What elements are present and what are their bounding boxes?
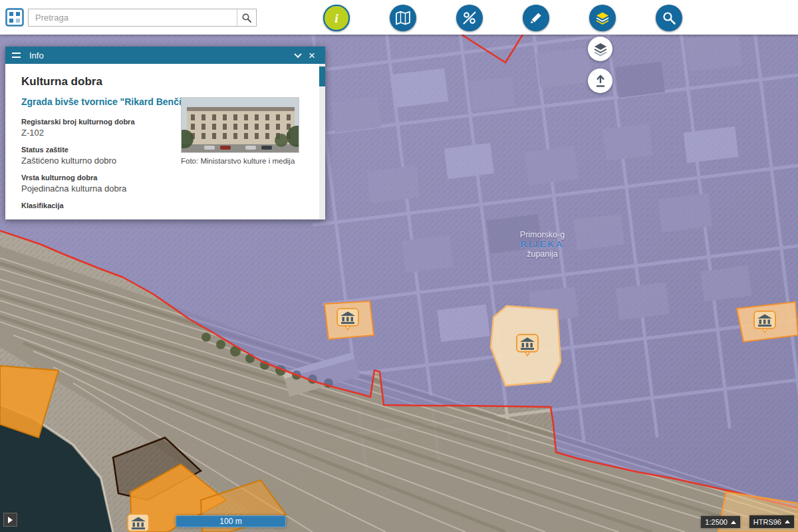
layers-tool-button[interactable]	[589, 5, 616, 31]
draw-tool-button[interactable]	[523, 5, 549, 31]
building-photo	[181, 97, 299, 153]
field-label: Klasifikacija	[21, 201, 173, 209]
info-panel-body: Kulturna dobra Zgrada bivše tvornice "Ri…	[5, 64, 325, 219]
expand-right-icon	[8, 517, 13, 523]
measure-tool-button[interactable]	[456, 5, 483, 31]
poi-marker[interactable]	[335, 307, 360, 331]
panel-scrollbar-thumb[interactable]	[319, 66, 325, 86]
poi-marker[interactable]	[515, 333, 540, 357]
export-button[interactable]	[588, 68, 612, 93]
layers-stack-icon	[593, 41, 608, 57]
scale-ratio-value: 1:2500	[705, 518, 728, 526]
panel-scrollbar[interactable]	[319, 64, 325, 219]
poi-marker[interactable]	[752, 310, 777, 334]
upload-arrow-icon	[593, 73, 608, 89]
panel-title: Info	[29, 51, 44, 61]
close-panel-button[interactable]: ×	[305, 50, 319, 61]
info-panel-header[interactable]: Info ×	[5, 47, 325, 64]
scale-bar: 100 m	[174, 515, 287, 528]
svg-text:i: i	[334, 11, 338, 25]
attribution-expand-button[interactable]	[3, 513, 17, 527]
crs-button[interactable]: HTRS96	[749, 515, 794, 528]
attribute-field: Vrsta kulturnog dobra Pojedinačna kultur…	[21, 174, 173, 194]
field-label: Status zaštite	[21, 146, 173, 154]
info-tool-button[interactable]: i	[323, 5, 350, 31]
toolbar: i	[0, 0, 798, 35]
search-icon	[241, 13, 252, 23]
app-logo-icon	[5, 8, 24, 27]
layer-switcher-button[interactable]	[588, 37, 612, 61]
draw-icon	[523, 5, 549, 31]
search-button[interactable]	[237, 9, 256, 26]
photo-caption: Foto: Ministarstvo kulture i medija	[181, 157, 307, 165]
museum-marker-icon	[335, 307, 360, 331]
info-icon: i	[325, 5, 348, 31]
measure-icon	[456, 5, 483, 31]
field-value: Zaštićeno kulturno dobro	[21, 156, 173, 166]
field-label: Vrsta kulturnog dobra	[21, 174, 173, 182]
museum-marker-icon	[126, 513, 151, 532]
museum-marker-icon	[752, 310, 777, 334]
field-label: Registarski broj kulturnog dobra	[21, 118, 173, 126]
scale-ratio-button[interactable]: 1:2500	[701, 516, 740, 528]
photo-block: Foto: Ministarstvo kulture i medija	[181, 97, 307, 165]
museum-marker-icon	[515, 333, 540, 357]
poi-marker[interactable]	[126, 513, 151, 532]
layers-icon	[589, 5, 616, 31]
chevron-up-icon	[731, 521, 736, 524]
chevron-up-icon	[785, 520, 790, 523]
search-input[interactable]	[29, 9, 237, 26]
crs-value: HTRS96	[753, 518, 781, 526]
field-value: Pojedinačna kulturna dobra	[21, 184, 173, 194]
drag-handle-icon[interactable]	[12, 53, 21, 58]
collapse-panel-button[interactable]	[291, 48, 305, 63]
tool-buttons: i	[323, 5, 682, 31]
panel-heading: Kulturna dobra	[21, 75, 303, 88]
search-tool-button[interactable]	[656, 5, 682, 31]
attribute-fields: Registarski broj kulturnog dobra Z-102 S…	[21, 118, 173, 209]
info-panel: Info × Kulturna dobra Zgrada bivše tvorn…	[5, 47, 325, 219]
app-logo[interactable]	[5, 8, 24, 27]
search-tool-icon	[656, 5, 682, 31]
basemap-tool-button[interactable]	[390, 5, 416, 31]
basemap-icon	[390, 5, 416, 31]
search-box	[28, 9, 257, 27]
attribute-field: Klasifikacija	[21, 201, 173, 209]
field-value: Z-102	[21, 128, 173, 138]
attribute-field: Status zaštite Zaštićeno kulturno dobro	[21, 146, 173, 166]
attribute-field: Registarski broj kulturnog dobra Z-102	[21, 118, 173, 138]
chevron-down-icon	[294, 51, 301, 58]
scale-bar-label: 100 m	[176, 515, 286, 527]
